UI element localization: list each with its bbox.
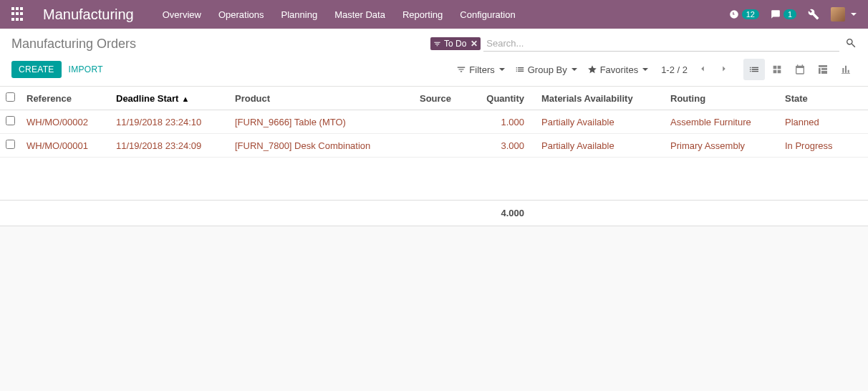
view-calendar-button[interactable] — [789, 59, 811, 80]
activity-count: 12 — [742, 9, 759, 19]
funnel-icon — [433, 40, 441, 48]
cell-source — [414, 134, 478, 158]
list-icon — [515, 64, 525, 74]
active-filter-tag[interactable]: To Do ✕ — [430, 37, 481, 50]
col-deadline[interactable]: Deadline Start▲ — [110, 87, 229, 110]
sort-asc-icon: ▲ — [181, 95, 189, 103]
col-routing[interactable]: Routing — [665, 87, 779, 110]
cell-availability: Partially Available — [530, 134, 665, 158]
select-all-cell — [0, 87, 21, 110]
pager-prev[interactable] — [696, 62, 709, 77]
pager-next[interactable] — [718, 62, 730, 77]
create-button[interactable]: CREATE — [11, 61, 62, 78]
control-panel: Manufacturing Orders To Do ✕ CREATE IMPO… — [0, 29, 868, 87]
menu-master-data[interactable]: Master Data — [334, 9, 385, 20]
search-icon[interactable] — [845, 37, 857, 51]
filters-label: Filters — [469, 64, 494, 75]
cell-deadline: 11/19/2018 23:24:10 — [110, 110, 229, 134]
active-filter-label: To Do — [444, 39, 466, 49]
view-pivot-button[interactable] — [812, 59, 834, 80]
select-all-checkbox[interactable] — [6, 92, 15, 102]
groupby-label: Group By — [528, 64, 567, 75]
total-quantity: 4.000 — [478, 201, 530, 226]
cell-product: [FURN_7800] Desk Combination — [229, 134, 414, 158]
cell-state: Planned — [779, 110, 868, 134]
pivot-view-icon — [817, 64, 829, 75]
favorites-label: Favorites — [600, 64, 638, 75]
cell-quantity: 1.000 — [478, 110, 530, 134]
col-state[interactable]: State — [779, 87, 868, 110]
list-view-icon — [748, 64, 760, 75]
menu-configuration[interactable]: Configuration — [460, 9, 515, 20]
app-brand[interactable]: Manufacturing — [43, 6, 134, 23]
top-menu: Overview Operations Planning Master Data… — [163, 9, 516, 20]
col-availability[interactable]: Materials Availability — [530, 87, 665, 110]
cell-reference: WH/MO/00002 — [21, 110, 110, 134]
view-list-button[interactable] — [743, 59, 765, 80]
row-checkbox[interactable] — [6, 116, 15, 125]
menu-planning[interactable]: Planning — [281, 9, 318, 20]
pager: 1-2 / 2 — [661, 62, 730, 77]
cell-routing: Primary Assembly — [665, 134, 779, 158]
col-quantity[interactable]: Quantity — [478, 87, 530, 110]
menu-reporting[interactable]: Reporting — [402, 9, 443, 20]
remove-filter-icon[interactable]: ✕ — [471, 39, 478, 49]
graph-view-icon — [840, 64, 852, 75]
cell-source — [414, 110, 478, 134]
table-gap — [0, 158, 868, 201]
breadcrumb: Manufacturing Orders — [11, 37, 136, 52]
menu-operations[interactable]: Operations — [218, 9, 264, 20]
row-checkbox[interactable] — [6, 140, 15, 149]
cell-reference: WH/MO/00001 — [21, 134, 110, 158]
table-row[interactable]: WH/MO/00001 11/19/2018 23:24:09 [FURN_78… — [0, 134, 868, 158]
table-row[interactable]: WH/MO/00002 11/19/2018 23:24:10 [FURN_96… — [0, 110, 868, 134]
activity-button[interactable]: 12 — [729, 9, 759, 19]
debug-icon[interactable] — [808, 9, 819, 20]
cell-quantity: 3.000 — [478, 134, 530, 158]
table-header-row: Reference Deadline Start▲ Product Source… — [0, 87, 868, 110]
clock-icon — [729, 9, 739, 19]
view-graph-button[interactable] — [835, 59, 857, 80]
cell-routing: Assemble Furniture — [665, 110, 779, 134]
groupby-dropdown[interactable]: Group By — [515, 64, 577, 75]
funnel-icon — [456, 64, 466, 74]
kanban-view-icon — [771, 64, 783, 75]
favorites-dropdown[interactable]: Favorites — [587, 64, 648, 75]
filters-dropdown[interactable]: Filters — [456, 64, 504, 75]
table-footer: 4.000 — [0, 201, 868, 226]
cell-product: [FURN_9666] Table (MTO) — [229, 110, 414, 134]
list-view: Reference Deadline Start▲ Product Source… — [0, 87, 868, 226]
cell-state: In Progress — [779, 134, 868, 158]
col-product[interactable]: Product — [229, 87, 414, 110]
apps-icon[interactable] — [11, 7, 26, 21]
user-menu[interactable] — [831, 7, 857, 21]
avatar-icon — [831, 7, 845, 21]
caret-down-icon — [851, 13, 857, 16]
col-reference[interactable]: Reference — [21, 87, 110, 110]
star-icon — [587, 64, 597, 74]
pager-range[interactable]: 1-2 / 2 — [661, 64, 688, 75]
main-navbar: Manufacturing Overview Operations Planni… — [0, 0, 868, 29]
search-input[interactable] — [483, 36, 839, 52]
messaging-button[interactable]: 1 — [771, 9, 796, 19]
view-switcher — [743, 59, 857, 80]
col-source[interactable]: Source — [414, 87, 478, 110]
calendar-view-icon — [794, 64, 806, 75]
cell-availability: Partially Available — [530, 110, 665, 134]
menu-overview[interactable]: Overview — [163, 9, 201, 20]
message-count: 1 — [783, 9, 796, 19]
import-button[interactable]: IMPORT — [62, 61, 110, 78]
view-kanban-button[interactable] — [766, 59, 788, 80]
chat-icon — [771, 9, 781, 19]
cell-deadline: 11/19/2018 23:24:09 — [110, 134, 229, 158]
